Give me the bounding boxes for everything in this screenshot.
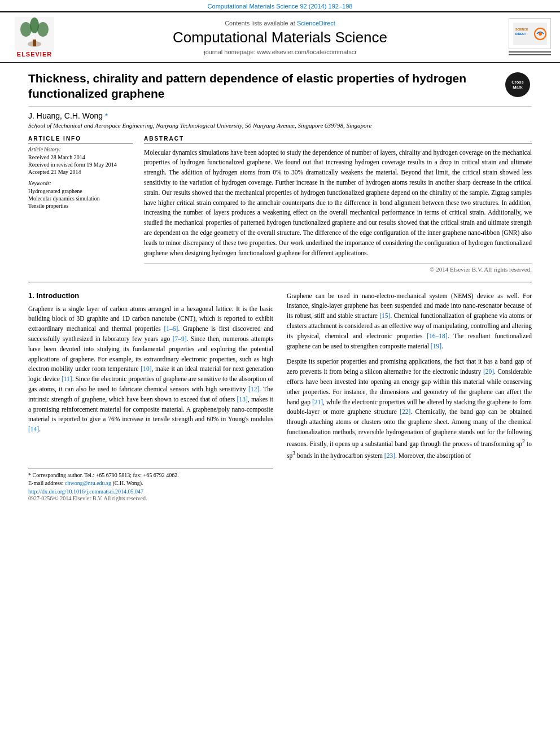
journal-reference: Computational Materials Science 92 (2014… [208,3,353,10]
section1-heading: 1. Introduction [28,291,273,300]
revised-date: Received in revised form 19 May 2014 [28,161,133,168]
issn-line: 0927-0256/© 2014 Elsevier B.V. All right… [28,495,273,501]
contents-available-line: Contents lists available at ScienceDirec… [60,20,500,27]
copyright-line: © 2014 Elsevier B.V. All rights reserved… [144,263,532,273]
crossmark-badge[interactable]: Cross Mark [504,71,532,99]
article-info-abstract-section: ARTICLE INFO Article history: Received 2… [28,136,532,273]
keywords-label: Keywords: [28,181,133,186]
article-info-heading: ARTICLE INFO [28,136,133,143]
article-info-panel: ARTICLE INFO Article history: Received 2… [28,136,133,273]
crossmark-icon: Cross Mark [505,72,530,97]
ref-10[interactable]: [10] [141,365,151,372]
ref-13[interactable]: [13] [237,396,248,403]
elsevier-wordmark: ELSEVIER [17,51,52,58]
keywords-section: Keywords: Hydrogenated graphene Molecula… [28,181,133,209]
doi-line: http://dx.doi.org/10.1016/j.commatsci.20… [28,488,273,495]
ref-12[interactable]: [12] [248,386,259,392]
article-title-section: Thickness, chirality and pattern depende… [28,71,532,107]
ref-19[interactable]: [19] [431,343,441,350]
corresponding-star: * [105,112,108,120]
svg-text:DIRECT: DIRECT [515,32,526,36]
journal-homepage: journal homepage: www.elsevier.com/locat… [60,49,500,55]
authors-line: J. Huang, C.H. Wong * [28,111,532,120]
footnote-email: E-mail address: chwong@ntu.edu.sg (C.H. … [28,479,273,487]
contents-text: Contents lists available at [225,20,295,27]
intro-right-text-1: Graphene can be used in nano-electro-mec… [287,291,532,352]
elsevier-logo: ELSEVIER [9,17,60,58]
email-link[interactable]: chwong@ntu.edu.sg [65,480,111,486]
keyword-2: Molecular dynamics simulation [28,195,133,202]
science-direct-logo-icon: SCIENCE DIRECT [513,23,547,45]
article-history-label: Article history: [28,147,133,152]
doi-link[interactable]: http://dx.doi.org/10.1016/j.commatsci.20… [28,488,143,495]
main-content: Thickness, chirality and pattern depende… [0,71,560,501]
section-divider [28,282,532,282]
elsevier-tree-icon [15,17,54,51]
author-names: J. Huang, C.H. Wong [28,111,103,120]
logo-lines [509,51,551,56]
publisher-logo-box: SCIENCE DIRECT [509,18,551,49]
introduction-section: 1. Introduction Graphene is a single lay… [28,291,532,502]
publisher-logo-area: SCIENCE DIRECT [500,18,551,56]
ref-14[interactable]: [14] [28,426,39,433]
footnote-corresponding: * Corresponding author. Tel.: +65 6790 5… [28,471,273,479]
abstract-heading: ABSTRACT [144,136,532,143]
top-bar: Computational Materials Science 92 (2014… [0,0,560,11]
journal-header: ELSEVIER Contents lists available at Sci… [0,11,560,63]
svg-point-5 [28,41,41,47]
keyword-3: Tensile properties [28,203,133,209]
crossmark-label: Cross [511,80,523,85]
footnote-area: * Corresponding author. Tel.: +65 6790 5… [28,469,273,501]
ref-16-18[interactable]: [16–18] [427,333,447,339]
intro-left-text: Graphene is a single layer of carbon ato… [28,304,273,435]
ref-11[interactable]: [11] [62,375,72,382]
homepage-text: journal homepage: www.elsevier.com/locat… [204,49,356,55]
ref-23[interactable]: [23] [384,452,395,458]
ref-21[interactable]: [21] [312,399,323,405]
svg-text:SCIENCE: SCIENCE [515,28,528,31]
crossmark-label2: Mark [513,85,523,90]
article-title: Thickness, chirality and pattern depende… [28,71,504,102]
journal-header-center: Contents lists available at ScienceDirec… [60,20,500,55]
keyword-1: Hydrogenated graphene [28,188,133,194]
article-history-section: Article history: Received 28 March 2014 … [28,147,133,175]
svg-point-3 [37,22,49,37]
ref-1-6[interactable]: [1–6] [164,325,178,332]
affiliation: School of Mechanical and Aerospace Engin… [28,122,532,129]
svg-point-10 [539,32,542,36]
ref-22[interactable]: [22] [400,408,410,415]
sciencedirect-link[interactable]: ScienceDirect [297,20,335,27]
svg-point-1 [20,22,32,37]
intro-left-col: 1. Introduction Graphene is a single lay… [28,291,273,502]
intro-right-col: Graphene can be used in nano-electro-mec… [287,291,532,502]
ref-7-9[interactable]: [7–9] [173,335,187,342]
journal-title: Computational Materials Science [60,29,500,46]
received-date: Received 28 March 2014 [28,154,133,160]
abstract-text: Molecular dynamics simulations have been… [144,148,532,259]
ref-20[interactable]: [20] [483,368,494,375]
abstract-panel: ABSTRACT Molecular dynamics simulations … [144,136,532,273]
ref-15[interactable]: [15] [379,312,390,319]
accepted-date: Accepted 21 May 2014 [28,169,133,175]
intro-right-text-2: Despite its superior properties and prom… [287,357,532,461]
